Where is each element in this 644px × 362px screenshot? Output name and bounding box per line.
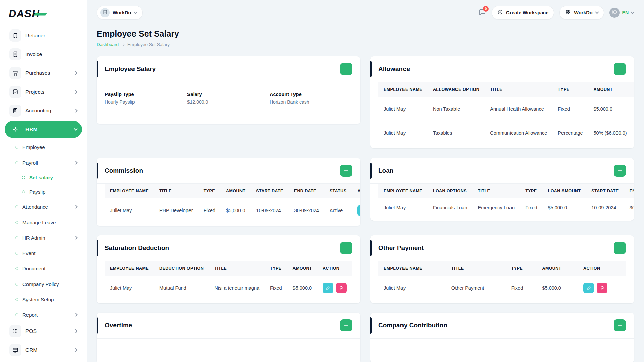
field-account-type: Account Type Horizon Bank cash	[270, 92, 352, 105]
column-header-type: Type	[520, 184, 542, 198]
delete-button[interactable]	[597, 283, 607, 293]
field-label: Salary	[187, 92, 270, 97]
sidebar-item-label: Document	[22, 266, 45, 272]
sidebar-item-hrm[interactable]: HRM	[5, 121, 82, 138]
cell: Percentage	[552, 121, 588, 145]
table-row: Juliet MayOther PaymentFixed$5,000.0	[378, 276, 626, 300]
card-other-payment: Other Payment Employee NameTitleTypeAmou…	[370, 235, 634, 303]
column-header-title: Title	[209, 261, 265, 276]
bullet-icon	[15, 236, 18, 239]
edit-button[interactable]	[357, 205, 360, 216]
chevron-down-icon	[74, 127, 77, 130]
cell: $5,000.0	[221, 198, 251, 223]
language-selector[interactable]: EN	[609, 8, 634, 18]
cell: PHP Developer	[154, 198, 198, 223]
card-title: Saturation Deduction	[105, 244, 169, 252]
field-value: Hourly Payslip	[105, 99, 187, 105]
column-header-title: Title	[473, 184, 520, 198]
cards-grid: Employee Salary Payslip Type Hourly Pays…	[97, 56, 634, 362]
cell: Financials Loan	[428, 198, 473, 217]
sidebar-item-label: Payroll	[22, 160, 38, 166]
delete-button[interactable]	[336, 283, 347, 293]
actions-cell	[632, 121, 634, 145]
cell: Fixed	[265, 276, 287, 300]
add-company-contribution-button[interactable]	[614, 319, 626, 331]
sidebar-item-label: Accounting	[25, 108, 51, 114]
building-icon	[103, 10, 108, 16]
create-workspace-button[interactable]: Create Workspace	[492, 6, 554, 20]
sidebar-item-system-setup[interactable]: System Setup	[5, 292, 82, 307]
sidebar-item-projects[interactable]: Projects	[5, 83, 82, 101]
sidebar-item-company-policy[interactable]: Company Policy	[5, 276, 82, 292]
cell: Taxables	[428, 121, 485, 145]
sidebar-item-invoice[interactable]: Invoice	[5, 46, 82, 63]
sidebar-item-pos[interactable]: POS	[5, 322, 82, 340]
sidebar-item-label: HRM	[25, 126, 37, 132]
card-loan: Loan Employee NameLoan OptionsTitleTypeL…	[370, 158, 634, 221]
sidebar-item-accounting[interactable]: Accounting	[5, 102, 82, 119]
edit-button[interactable]	[323, 283, 333, 293]
add-loan-button[interactable]	[614, 165, 626, 177]
add-other-payment-button[interactable]	[614, 242, 626, 254]
sidebar-item-report[interactable]: Report	[5, 307, 82, 322]
sidebar-item-manage-leave[interactable]: Manage Leave	[5, 215, 82, 230]
column-header-amount: Amount	[537, 261, 578, 276]
column-header-action: Action	[317, 261, 352, 276]
sidebar-item-retainer[interactable]: Retainer	[5, 27, 82, 44]
sidebar-item-employee[interactable]: Employee	[5, 139, 82, 155]
sidebar-item-attendance[interactable]: Attendance	[5, 199, 82, 215]
column-header-title: Title	[485, 82, 552, 97]
sidebar-item-set-salary[interactable]: Set salary	[5, 170, 82, 185]
other-payment-table: Employee NameTitleTypeAmountActionJuliet…	[378, 261, 626, 300]
page-title: Employee Set Salary	[97, 29, 634, 39]
sidebar-item-event[interactable]: Event	[5, 245, 82, 261]
cell: Juliet May	[378, 198, 428, 217]
add-saturation-deduction-button[interactable]	[340, 242, 352, 254]
bullet-icon	[22, 190, 25, 193]
plus-circle-icon	[497, 9, 503, 16]
table-container: Employee NameTitleTypeAmountActionJuliet…	[370, 261, 634, 303]
sidebar-item-label: Retainer	[25, 33, 45, 39]
cell: 30-09-2024	[289, 198, 324, 223]
globe-icon	[609, 8, 620, 18]
workspace-switcher[interactable]: WorkDo	[97, 6, 143, 20]
actions-cell	[352, 198, 360, 223]
chevron-down-icon	[595, 10, 599, 14]
column-header-start-date: Start Date	[586, 184, 624, 198]
allowance-table: Employee NameAllowance OptionTitleTypeAm…	[378, 82, 634, 145]
sidebar-item-hr-admin[interactable]: HR Admin	[5, 230, 82, 245]
sidebar-item-document[interactable]: Document	[5, 261, 82, 276]
commission-table: Employee NameTitleTypeAmountStart DateEn…	[105, 184, 360, 223]
card-header: Saturation Deduction	[97, 235, 360, 261]
chevron-right-icon	[74, 329, 77, 333]
cell: Juliet May	[378, 97, 428, 121]
column-header-loan-options: Loan Options	[428, 184, 473, 198]
messages-button[interactable]: 0	[478, 8, 486, 17]
field-value: $12,000.0	[187, 99, 270, 105]
card-employee-salary: Employee Salary Payslip Type Hourly Pays…	[97, 56, 360, 124]
sidebar-item-payslip[interactable]: Payslip	[5, 185, 82, 199]
card-title: Overtime	[105, 322, 132, 329]
edit-button[interactable]	[583, 283, 594, 293]
sidebar-item-payroll[interactable]: Payroll	[5, 155, 82, 170]
chevron-right-icon	[74, 348, 77, 352]
add-commission-button[interactable]	[340, 165, 352, 177]
add-allowance-button[interactable]	[614, 63, 626, 75]
add-employee-salary-button[interactable]	[340, 63, 352, 75]
field-label: Account Type	[270, 92, 352, 97]
workspace-name: WorkDo	[113, 10, 131, 15]
apps-menu-button[interactable]: WorkDo	[559, 6, 604, 20]
sidebar-item-label: HR Admin	[22, 235, 45, 241]
column-header-employee-name: Employee Name	[105, 184, 154, 198]
breadcrumb-dashboard-link[interactable]: Dashboard	[97, 42, 119, 47]
breadcrumb: Dashboard Employee Set Salary	[97, 42, 634, 47]
add-overtime-button[interactable]	[340, 319, 352, 331]
logo[interactable]: DASH	[5, 5, 82, 23]
sidebar-item-crm[interactable]: CRM	[5, 341, 82, 359]
card-commission: Commission Employee NameTitleTypeAmountS…	[97, 158, 360, 226]
cell: 30-09-2024	[624, 198, 634, 217]
table-container: Employee NameLoan OptionsTitleTypeLoan A…	[370, 184, 634, 221]
bullet-icon	[22, 176, 25, 179]
cell: $5,000.0	[537, 276, 578, 300]
sidebar-item-purchases[interactable]: Purchases	[5, 64, 82, 82]
